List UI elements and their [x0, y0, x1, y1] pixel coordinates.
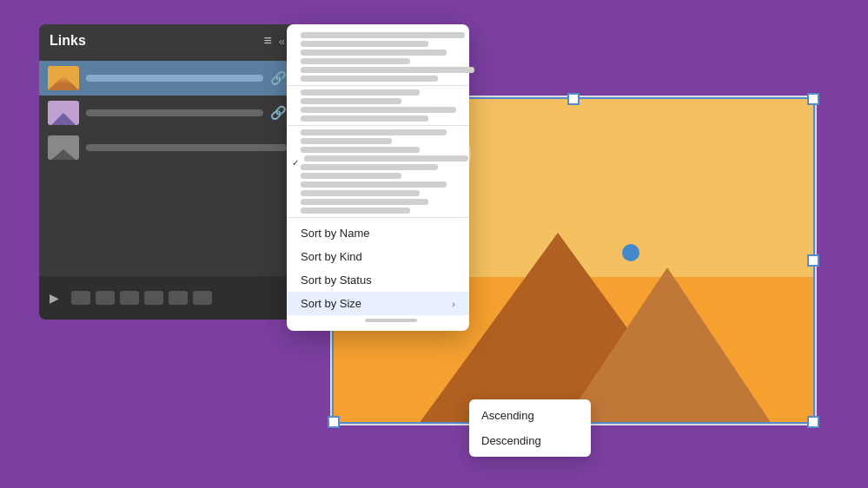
links-panel: Links ≡ « 🔗 🔗 ▶ — [39, 24, 295, 320]
footer-dots — [71, 291, 212, 305]
list-item[interactable]: 🔗 — [39, 96, 295, 130]
menu-separator — [287, 125, 469, 126]
link-text-bar — [86, 144, 287, 151]
menu-bar-item — [301, 115, 428, 122]
menu-bar-item — [301, 32, 465, 38]
menu-bar-item — [301, 49, 447, 56]
menu-bar-item — [301, 181, 447, 188]
thumbnail-3 — [48, 135, 79, 160]
footer-dot — [96, 291, 115, 305]
menu-bar-item — [301, 173, 401, 179]
menu-bar-item — [301, 98, 401, 104]
handle-top-right[interactable] — [807, 93, 819, 105]
menu-bar-item — [301, 67, 474, 73]
links-header-icons: ≡ « — [263, 34, 285, 48]
submenu-item-ascending[interactable]: Ascending — [469, 403, 591, 428]
footer-dot — [144, 291, 163, 305]
menu-bar-item — [301, 41, 428, 47]
descending-label: Descending — [481, 434, 541, 447]
menu-bar-item — [301, 208, 410, 214]
menu-bar-item — [301, 58, 410, 64]
footer-dot — [169, 291, 188, 305]
link-icon-1: 🔗 — [270, 70, 287, 86]
menu-bar-item — [301, 199, 428, 205]
handle-bottom-right[interactable] — [807, 416, 819, 428]
link-text-bar — [86, 75, 263, 82]
handle-bottom-left[interactable] — [328, 416, 340, 428]
link-text-bar — [86, 109, 263, 116]
sort-by-status-label: Sort by Status — [301, 274, 372, 287]
menu-scrollbar[interactable] — [365, 319, 417, 322]
submenu-arrow-icon: › — [452, 299, 455, 309]
link-icon-2: 🔗 — [270, 105, 287, 121]
footer-dot — [193, 291, 212, 305]
checkmark-icon: ✓ — [292, 158, 299, 168]
footer-dot — [120, 291, 139, 305]
menu-bar-item — [301, 190, 420, 196]
footer-arrow-icon[interactable]: ▶ — [50, 291, 59, 305]
menu-item-sort-size[interactable]: Sort by Size › — [287, 292, 469, 315]
thumbnail-2 — [48, 101, 79, 125]
list-item[interactable] — [39, 130, 295, 165]
context-menu: ✓ Sort by Name Sort by Kind Sort by Stat… — [287, 24, 469, 331]
menu-item-sort-name[interactable]: Sort by Name — [287, 221, 469, 245]
list-item[interactable]: 🔗 — [39, 61, 295, 96]
collapse-icon[interactable]: « — [279, 35, 285, 48]
thumbnail-1 — [48, 66, 79, 90]
menu-item-sort-status[interactable]: Sort by Status — [287, 268, 469, 292]
ascending-label: Ascending — [481, 409, 534, 422]
sort-by-kind-label: Sort by Kind — [301, 250, 362, 263]
links-footer: ▶ — [39, 276, 295, 320]
menu-item-sort-kind[interactable]: Sort by Kind — [287, 245, 469, 268]
menu-separator — [287, 85, 469, 86]
menu-bar-item-checked — [304, 155, 468, 162]
menu-bar-item — [301, 129, 447, 135]
links-list: 🔗 🔗 — [39, 57, 295, 168]
menu-bar-item — [301, 147, 420, 153]
links-title: Links — [50, 33, 86, 49]
menu-separator — [287, 217, 469, 218]
footer-dot — [71, 291, 90, 305]
menu-bar-item — [301, 107, 456, 113]
menu-bar-item — [301, 89, 420, 96]
menu-icon[interactable]: ≡ — [263, 34, 271, 48]
links-header: Links ≡ « — [39, 24, 295, 57]
submenu: Ascending Descending — [469, 399, 591, 457]
menu-bar-item — [301, 138, 392, 144]
sort-by-name-label: Sort by Name — [301, 227, 369, 240]
sort-by-size-label: Sort by Size — [301, 297, 361, 310]
submenu-item-descending[interactable]: Descending — [469, 428, 591, 453]
handle-top-middle[interactable] — [567, 93, 580, 105]
menu-bar-item — [301, 164, 438, 170]
handle-middle-right[interactable] — [807, 254, 819, 267]
menu-bar-item — [301, 76, 438, 82]
